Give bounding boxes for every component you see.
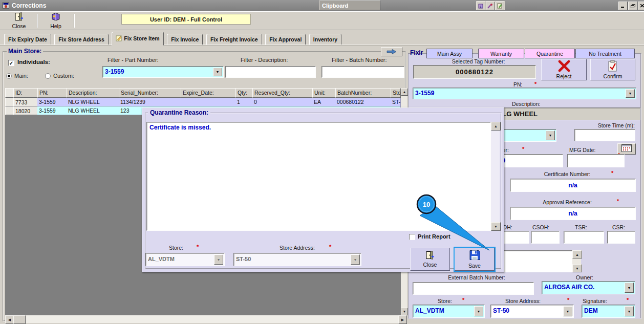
grid-header-expire-date[interactable]: Expire_Date:: [181, 88, 236, 98]
signature-combobox[interactable]: DEM ▼: [582, 305, 635, 318]
grid-header-pn[interactable]: PN:: [37, 88, 67, 98]
scroll-down-icon[interactable]: ▼: [491, 222, 501, 231]
grid-header-reserved-qty[interactable]: Reserved_Qty:: [252, 88, 313, 98]
print-report-checkbox[interactable]: [409, 234, 415, 240]
dropdown-arrow-icon[interactable]: ▼: [563, 306, 572, 316]
grid-cell-unit[interactable]: EA: [312, 98, 336, 106]
grid-cell-reserved-qty[interactable]: 0: [252, 98, 313, 106]
quarantine-reason-title: Quarantine Reason:: [148, 109, 210, 116]
subtab-label: Main Assy: [437, 51, 462, 57]
tab-fix-store-address[interactable]: Fix Store Address: [54, 34, 108, 45]
mfg-date-input[interactable]: [567, 154, 625, 167]
dropdown-arrow-icon[interactable]: ▼: [625, 306, 634, 316]
clipboard-window-titlebar[interactable]: Clipboard: [319, 1, 380, 10]
dropdown-arrow-icon[interactable]: ▼: [546, 131, 555, 140]
dropdown-arrow-icon[interactable]: ▼: [351, 254, 360, 265]
grid-header-unit[interactable]: Unit:: [312, 88, 336, 98]
subtab-warranty[interactable]: Warranty: [478, 49, 524, 58]
minimize-button[interactable]: [618, 2, 628, 10]
grid-header-serial-number[interactable]: Serial_Number:: [119, 88, 181, 98]
dialog-close-button[interactable]: Close: [410, 248, 450, 271]
custom-radio[interactable]: [45, 73, 51, 79]
close-window-button[interactable]: [638, 2, 644, 10]
tab-fix-freight-invoice[interactable]: Fix Freight Invoice: [206, 34, 262, 45]
dialog-store-combobox[interactable]: AL_VDTM ▼: [145, 253, 225, 266]
grid-header-id[interactable]: ID:: [13, 88, 38, 98]
grid-header-qty[interactable]: Qty:: [235, 88, 253, 98]
external-batch-input[interactable]: [413, 282, 534, 295]
certificate-number-input[interactable]: n/a: [510, 179, 636, 192]
csoh-input[interactable]: [531, 231, 560, 244]
tab-fix-approval[interactable]: Fix Approval: [265, 34, 306, 45]
subtab-quarantine[interactable]: Quarantine: [525, 49, 575, 58]
pn-combobox[interactable]: 3-1559 ▼: [413, 88, 636, 99]
tab-fix-store-item[interactable]: Fix Store Item: [112, 32, 163, 46]
subtab-main-assy[interactable]: Main Assy: [426, 49, 473, 58]
reject-button[interactable]: Reject: [541, 59, 587, 80]
dropdown-arrow-icon[interactable]: ▼: [625, 283, 634, 293]
grid-cell-id[interactable]: 18020: [13, 106, 38, 115]
tab-inventory[interactable]: Inventory: [309, 34, 341, 45]
brush-icon[interactable]: [486, 2, 495, 10]
quarantine-reason-textarea[interactable]: Certificate is missed.: [146, 122, 491, 231]
owner-combobox[interactable]: ALROSA AIR CO. ▼: [542, 281, 635, 294]
approval-reference-input[interactable]: n/a: [510, 207, 636, 220]
toolbar-help-button[interactable]: Help: [41, 13, 71, 29]
edit-note-icon[interactable]: [496, 2, 504, 10]
grid-cell-description[interactable]: NLG WHEEL: [67, 98, 119, 106]
grid-cell-pn[interactable]: 3-1559: [37, 106, 67, 115]
collapse-panel-button[interactable]: [381, 47, 402, 56]
grid-cell-pn[interactable]: 3-1559: [37, 98, 67, 106]
individuals-label: Individuals:: [17, 59, 50, 65]
filter-part-number-combobox[interactable]: 3-1559 ▼: [102, 66, 224, 78]
panel-store-combobox[interactable]: AL_VDTM ▼: [413, 305, 485, 318]
scroll-up-icon[interactable]: ▲: [572, 250, 582, 258]
main-radio[interactable]: [6, 73, 12, 79]
scroll-down-icon[interactable]: ▼: [401, 308, 408, 315]
csr-input[interactable]: [607, 231, 635, 244]
scroll-down-icon[interactable]: ▼: [572, 264, 582, 272]
dialog-store-address-combobox[interactable]: ST-50 ▼: [233, 253, 361, 266]
row-selector[interactable]: [5, 106, 14, 115]
grid-header-batch-number[interactable]: BatchNumber:: [335, 88, 391, 98]
textarea-scrollbar[interactable]: ▲ ▼: [491, 122, 500, 231]
grid-horizontal-scrollbar[interactable]: ◀ ▶: [5, 315, 407, 323]
grid-cell-serial-number[interactable]: 1134/1239: [119, 98, 181, 106]
toolbar-close-button[interactable]: Close: [4, 13, 34, 29]
calendar-button[interactable]: [617, 143, 636, 155]
dropdown-arrow-icon[interactable]: ▼: [626, 89, 635, 98]
grid-cell-store[interactable]: ST-: [391, 98, 401, 106]
grid-cell-batch-number[interactable]: 000680122: [335, 98, 391, 106]
panel-store-address-combobox[interactable]: ST-50 ▼: [490, 305, 574, 318]
grid-cell-expire-date[interactable]: [181, 98, 236, 106]
oh-input[interactable]: [500, 231, 529, 244]
notes-icon[interactable]: s: [477, 2, 485, 10]
tab-fix-expiry-date[interactable]: Fix Expiry Date: [4, 34, 51, 45]
scroll-up-icon[interactable]: ▲: [491, 122, 501, 131]
individuals-checkbox[interactable]: ✓: [8, 60, 14, 66]
subtab-no-treatment[interactable]: No Treatment: [575, 49, 635, 58]
grid-header-store[interactable]: Sto: [391, 88, 401, 98]
tab-fix-invoice[interactable]: Fix Invoice: [167, 34, 203, 45]
filter-description-input[interactable]: [225, 66, 316, 78]
grid-header-description[interactable]: Description:: [67, 88, 119, 98]
dropdown-arrow-icon[interactable]: ▼: [214, 254, 223, 265]
scroll-up-icon[interactable]: ▲: [401, 88, 408, 96]
tsr-input[interactable]: [564, 231, 604, 244]
grid-cell-id[interactable]: 7733: [13, 98, 38, 106]
scroll-right-icon[interactable]: ▶: [398, 315, 407, 324]
filter-batch-number-input[interactable]: [321, 66, 404, 78]
store-time-input[interactable]: [574, 129, 635, 141]
grid-cell-qty[interactable]: 1: [235, 98, 253, 106]
dialog-store-address-value: ST-50: [236, 256, 251, 262]
dropdown-arrow-icon[interactable]: ▼: [213, 68, 222, 76]
remarks-scrollbar[interactable]: ▲ ▼: [572, 250, 581, 272]
dialog-save-button[interactable]: Save: [455, 248, 495, 271]
row-selector[interactable]: [5, 98, 14, 106]
dropdown-arrow-icon[interactable]: ▼: [474, 306, 483, 316]
confirm-button[interactable]: Confirm: [590, 59, 635, 80]
scrollbar-thumb[interactable]: [13, 315, 26, 324]
scroll-left-icon[interactable]: ◀: [5, 315, 14, 324]
restore-button[interactable]: [628, 2, 637, 10]
grid-cell-description[interactable]: NLG WHEEL: [67, 106, 119, 115]
